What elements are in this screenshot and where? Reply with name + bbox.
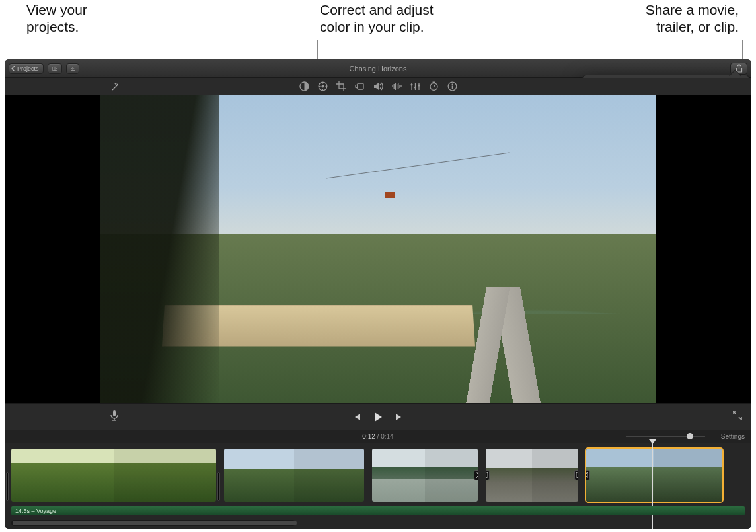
playback-bar (5, 403, 751, 430)
audio-track-label: 14.5s – Voyage (15, 508, 56, 514)
next-button[interactable] (395, 412, 404, 422)
audio-track[interactable]: 14.5s – Voyage (11, 506, 745, 515)
svg-point-43 (451, 84, 453, 85)
color-balance-button[interactable] (299, 81, 309, 92)
svg-point-39 (418, 84, 420, 86)
preview-frame (100, 95, 656, 406)
volume-button[interactable] (373, 81, 383, 92)
transition-icon[interactable] (586, 470, 590, 480)
voiceover-button[interactable] (110, 410, 118, 424)
callout-color: Correct and adjust color in your clip. (320, 1, 434, 36)
timecode: 0:12 / 0:14 (362, 433, 393, 440)
svg-point-37 (410, 83, 412, 85)
chevron-left-icon (11, 66, 16, 71)
projects-button[interactable]: Projects (9, 63, 44, 74)
callout-text: View your projects. (26, 2, 87, 34)
transition-icon[interactable] (486, 470, 490, 480)
time-sep: / (375, 433, 381, 440)
preview-area[interactable] (5, 95, 751, 403)
svg-rect-26 (358, 83, 363, 89)
adjust-toolbar (5, 78, 751, 95)
project-title: Chasing Horizons (350, 65, 407, 73)
fullscreen-button[interactable] (733, 411, 742, 423)
timecode-row: 0:12 / 0:14 Settings (5, 430, 751, 443)
speed-button[interactable] (428, 81, 439, 92)
transition-icon[interactable] (574, 470, 578, 480)
timeline-clip[interactable] (372, 449, 478, 502)
playhead[interactable] (652, 443, 653, 529)
timeline-clip[interactable] (586, 449, 722, 502)
svg-rect-44 (451, 86, 453, 89)
callout-projects: View your projects. (26, 1, 87, 36)
layout-icon (52, 65, 57, 72)
cable-car-icon (385, 192, 395, 198)
timeline-edge-handle-left[interactable] (6, 472, 9, 501)
imovie-window: Projects Chasing Horizons (5, 59, 751, 529)
clip-edge-handle[interactable] (217, 472, 220, 501)
equalizer-button[interactable] (410, 81, 420, 92)
stabilization-button[interactable] (354, 81, 365, 92)
annotation-callouts: View your projects. Correct and adjust c… (0, 0, 756, 59)
clips-row (11, 449, 745, 502)
callout-text: Share a movie, trailer, or clip. (646, 2, 739, 34)
play-button[interactable] (373, 412, 383, 422)
timeline-clip[interactable] (486, 449, 578, 502)
timeline-clip[interactable] (11, 449, 216, 502)
download-arrow-icon (71, 65, 75, 72)
titlebar-left-group: Projects (5, 63, 79, 74)
timeline-clip[interactable] (224, 449, 364, 502)
timeline[interactable]: 14.5s – Voyage (5, 443, 751, 529)
info-button[interactable] (447, 81, 457, 92)
layout-button[interactable] (48, 63, 62, 74)
svg-point-38 (414, 86, 416, 88)
svg-rect-41 (432, 82, 435, 83)
svg-rect-45 (113, 410, 116, 416)
magic-wand-button[interactable] (110, 81, 121, 92)
zoom-slider[interactable] (626, 436, 705, 437)
titlebar: Projects Chasing Horizons (5, 59, 751, 78)
prev-button[interactable] (352, 412, 361, 422)
transition-icon[interactable] (474, 470, 478, 480)
svg-point-21 (321, 85, 324, 88)
viewer (5, 95, 751, 430)
callout-text: Correct and adjust color in your clip. (320, 2, 434, 34)
time-current: 0:12 (362, 433, 375, 440)
color-correction-button[interactable] (317, 81, 328, 92)
crop-button[interactable] (336, 81, 346, 92)
import-button[interactable] (66, 63, 79, 74)
timeline-scrollbar[interactable] (11, 520, 295, 526)
time-total: 0:14 (381, 433, 393, 440)
settings-button[interactable]: Settings (721, 433, 745, 440)
callout-share: Share a movie, trailer, or clip. (646, 1, 739, 36)
noise-reduction-button[interactable] (391, 81, 402, 92)
projects-button-label: Projects (17, 65, 39, 72)
